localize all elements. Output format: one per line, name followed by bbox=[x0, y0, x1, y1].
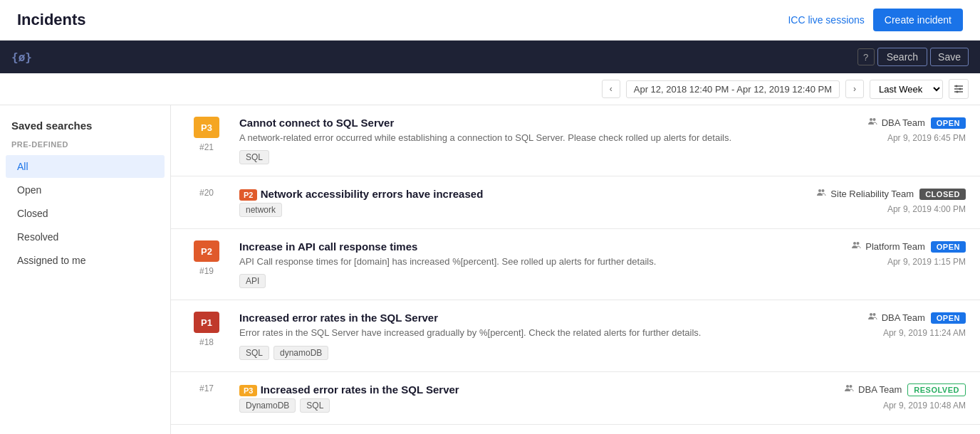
save-button[interactable]: Save bbox=[930, 48, 969, 66]
status-badge: OPEN bbox=[931, 117, 966, 129]
sliders-icon bbox=[953, 83, 964, 95]
incident-time: Apr 9, 2019 4:00 PM bbox=[887, 204, 966, 214]
incident-tags: SQLdynamoDB bbox=[239, 346, 812, 360]
incident-time: Apr 9, 2019 1:15 PM bbox=[887, 257, 966, 267]
incident-title[interactable]: P2 Network accessibility errors have inc… bbox=[239, 188, 805, 200]
incident-time: Apr 9, 2019 11:24 AM bbox=[883, 328, 966, 338]
tag[interactable]: API bbox=[239, 274, 266, 288]
incident-body: P2 Network accessibility errors have inc… bbox=[239, 188, 805, 217]
team-label: Platform Team bbox=[851, 240, 925, 253]
search-input[interactable] bbox=[38, 51, 852, 63]
incident-item: P1 #18 Increased error rates in the SQL … bbox=[171, 300, 980, 371]
tag[interactable]: DynamoDB bbox=[239, 398, 296, 413]
incident-title[interactable]: Increased error rates in the SQL Server bbox=[239, 312, 812, 324]
create-incident-button[interactable]: Create incident bbox=[873, 9, 963, 31]
team-icon bbox=[844, 383, 854, 396]
top-bar: Incidents ICC live sessions Create incid… bbox=[0, 0, 980, 41]
incident-number: #21 bbox=[199, 142, 214, 152]
incident-meta: DBA Team OPEN Apr 9, 2019 6:45 PM bbox=[823, 117, 966, 143]
date-bar: ‹ Apr 12, 2018 12:40 PM - Apr 12, 2019 1… bbox=[0, 73, 980, 105]
meta-top: Platform Team OPEN bbox=[851, 240, 966, 253]
incident-number: #19 bbox=[199, 266, 214, 276]
incident-body: Increased error rates in the SQL Server … bbox=[239, 312, 812, 359]
sidebar-item-all[interactable]: All bbox=[6, 155, 165, 178]
filter-icon-button[interactable] bbox=[949, 79, 969, 99]
status-badge: RESOLVED bbox=[907, 383, 966, 396]
search-bar: {ø} ? Search Save bbox=[0, 41, 980, 73]
tag[interactable]: SQL bbox=[239, 346, 269, 360]
priority-badge: P2 bbox=[239, 189, 257, 201]
icc-link[interactable]: ICC live sessions bbox=[788, 14, 864, 26]
incident-left: #17 bbox=[185, 383, 228, 393]
tag[interactable]: SQL bbox=[300, 398, 330, 413]
svg-point-8 bbox=[818, 189, 821, 192]
period-select[interactable]: Last WeekLast MonthLast YearCustom bbox=[870, 80, 943, 99]
incident-item: P3 #21 Cannot connect to SQL Server A ne… bbox=[171, 105, 980, 176]
svg-point-14 bbox=[846, 385, 849, 388]
search-bracket-icon: {ø} bbox=[11, 51, 32, 64]
team-label: DBA Team bbox=[867, 117, 925, 129]
svg-point-12 bbox=[870, 313, 872, 316]
incident-left: P3 #21 bbox=[185, 117, 228, 152]
incident-time: Apr 9, 2019 10:48 AM bbox=[883, 401, 966, 411]
svg-point-13 bbox=[872, 313, 875, 316]
sidebar-item-open[interactable]: Open bbox=[6, 179, 165, 201]
svg-point-7 bbox=[872, 118, 875, 121]
incident-item: #20 P2 Network accessibility errors have… bbox=[171, 176, 980, 229]
incident-desc: Error rates in the SQL Server have incre… bbox=[239, 327, 812, 339]
sidebar-item-closed[interactable]: Closed bbox=[6, 202, 165, 225]
incident-item: P2 #19 Increase in API call response tim… bbox=[171, 229, 980, 300]
incident-title[interactable]: Increase in API call response times bbox=[239, 240, 812, 253]
date-next-button[interactable]: › bbox=[845, 80, 864, 98]
svg-point-5 bbox=[956, 91, 959, 93]
tag[interactable]: network bbox=[239, 203, 282, 217]
incident-body: Cannot connect to SQL Server A network-r… bbox=[239, 117, 812, 164]
team-icon bbox=[816, 188, 826, 200]
incident-meta: DBA Team RESOLVED Apr 9, 2019 10:48 AM bbox=[823, 383, 966, 411]
date-range: Apr 12, 2018 12:40 PM - Apr 12, 2019 12:… bbox=[626, 80, 840, 98]
svg-point-15 bbox=[850, 385, 853, 388]
team-label: DBA Team bbox=[844, 383, 902, 396]
svg-point-1 bbox=[956, 85, 958, 88]
incident-number: #18 bbox=[199, 337, 214, 347]
status-badge: CLOSED bbox=[919, 189, 966, 200]
incident-tags: SQL bbox=[239, 150, 812, 164]
tag[interactable]: SQL bbox=[239, 150, 269, 164]
help-button[interactable]: ? bbox=[858, 48, 875, 65]
incident-desc: A network-related error occurred while e… bbox=[239, 132, 812, 144]
tag[interactable]: dynamoDB bbox=[273, 346, 328, 360]
svg-point-3 bbox=[959, 88, 961, 90]
svg-point-6 bbox=[870, 118, 872, 121]
meta-top: DBA Team OPEN bbox=[867, 117, 966, 129]
date-prev-button[interactable]: ‹ bbox=[602, 80, 620, 98]
incident-left: #20 bbox=[185, 188, 228, 198]
incident-body: Increase in API call response times API … bbox=[239, 240, 812, 288]
svg-point-9 bbox=[822, 189, 825, 192]
team-label: Site Reliability Team bbox=[816, 188, 914, 200]
top-actions: ICC live sessions Create incident bbox=[788, 9, 963, 31]
search-button[interactable]: Search bbox=[877, 48, 927, 66]
sidebar-nav: AllOpenClosedResolvedAssigned to me bbox=[0, 155, 170, 272]
sidebar-item-assigned-to-me[interactable]: Assigned to me bbox=[6, 249, 165, 272]
meta-top: DBA Team RESOLVED bbox=[844, 383, 966, 396]
incident-title[interactable]: Cannot connect to SQL Server bbox=[239, 117, 812, 129]
incidents-list: P3 #21 Cannot connect to SQL Server A ne… bbox=[171, 105, 980, 434]
priority-badge: P3 bbox=[194, 117, 219, 138]
team-icon bbox=[867, 117, 877, 129]
incident-tags: DynamoDBSQL bbox=[239, 398, 812, 413]
incident-title[interactable]: P3 Increased error rates in the SQL Serv… bbox=[239, 383, 812, 396]
priority-badge: P3 bbox=[239, 385, 257, 396]
sidebar-item-resolved[interactable]: Resolved bbox=[6, 226, 165, 248]
incident-tags: network bbox=[239, 203, 805, 217]
meta-top: Site Reliability Team CLOSED bbox=[816, 188, 966, 200]
search-bar-right: ? Search Save bbox=[858, 48, 969, 66]
incident-left: P2 #19 bbox=[185, 240, 228, 276]
incident-number: #20 bbox=[199, 188, 214, 198]
priority-badge: P1 bbox=[194, 312, 219, 333]
main-layout: Saved searches PRE-DEFINED AllOpenClosed… bbox=[0, 105, 980, 434]
status-badge: OPEN bbox=[931, 312, 966, 324]
team-label: DBA Team bbox=[867, 312, 925, 324]
status-badge: OPEN bbox=[931, 241, 966, 253]
incident-body: P3 Increased error rates in the SQL Serv… bbox=[239, 383, 812, 413]
incident-time: Apr 9, 2019 6:45 PM bbox=[887, 133, 966, 143]
